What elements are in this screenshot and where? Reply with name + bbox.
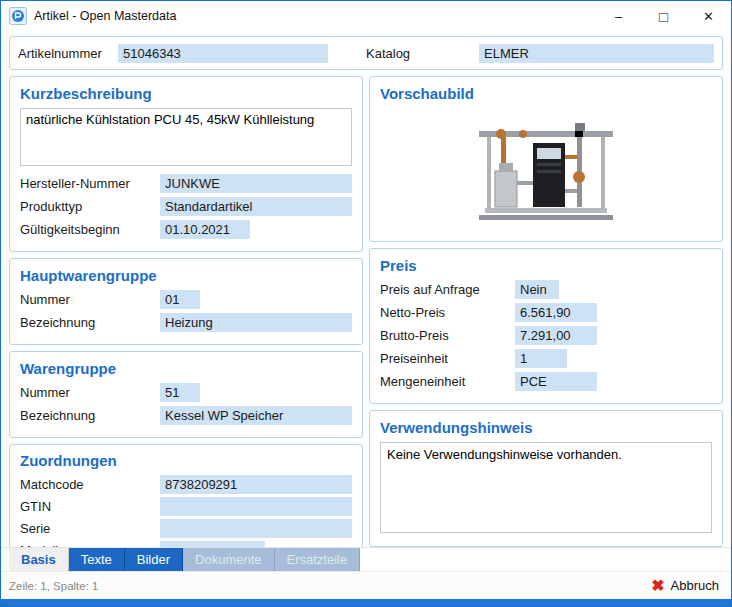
tab-ersatzteile: Ersatzteile: [275, 548, 361, 571]
field-row: Preiseinheit 1: [380, 349, 712, 368]
field-row: Nummer 51: [20, 383, 352, 402]
netto-preis-label: Netto-Preis: [380, 305, 515, 320]
abbruch-label: Abbruch: [671, 578, 719, 593]
artikelnummer-group: Artikelnummer 51046343: [18, 44, 366, 63]
warengruppe-panel: Warengruppe Nummer 51 Bezeichnung Kessel…: [9, 351, 363, 438]
hwg-bezeichnung-label: Bezeichnung: [20, 315, 160, 330]
field-row: Bezeichnung Kessel WP Speicher: [20, 406, 352, 425]
produkttyp-field[interactable]: Standardartikel: [160, 197, 352, 216]
zuordnungen-title: Zuordnungen: [20, 452, 352, 469]
field-row: Hersteller-Nummer JUNKWE: [20, 174, 352, 193]
hwg-nummer-field[interactable]: 01: [160, 290, 200, 309]
gtin-field[interactable]: [160, 497, 352, 516]
wg-bezeichnung-label: Bezeichnung: [20, 408, 160, 423]
artikelnummer-input[interactable]: 51046343: [118, 44, 328, 63]
preiseinheit-field[interactable]: 1: [515, 349, 567, 368]
preiseinheit-label: Preiseinheit: [380, 351, 515, 366]
hersteller-nummer-label: Hersteller-Nummer: [20, 176, 160, 191]
hwg-nummer-label: Nummer: [20, 292, 160, 307]
hauptwarengruppe-title: Hauptwarengruppe: [20, 267, 352, 284]
content-area: Artikelnummer 51046343 Katalog ELMER Kur…: [1, 31, 731, 547]
product-preview-image: [471, 115, 621, 227]
window-controls: – □ ✕: [596, 1, 731, 31]
preis-auf-anfrage-label: Preis auf Anfrage: [380, 282, 515, 297]
field-row: Bezeichnung Heizung: [20, 313, 352, 332]
katalog-input[interactable]: ELMER: [479, 44, 714, 63]
preis-panel: Preis Preis auf Anfrage Nein Netto-Preis…: [369, 248, 723, 404]
abbruch-button[interactable]: ✖ Abbruch: [651, 578, 719, 594]
serie-field[interactable]: [160, 519, 352, 538]
kurzbeschreibung-textarea[interactable]: natürliche Kühlstation PCU 45, 45kW Kühl…: [20, 108, 352, 166]
main-columns: Kurzbeschreibung natürliche Kühlstation …: [9, 76, 723, 547]
tab-basis[interactable]: Basis: [9, 548, 69, 571]
artikelnummer-label: Artikelnummer: [18, 46, 118, 61]
verwendungshinweis-panel: Verwendungshinweis Keine Verwendungshinw…: [369, 410, 723, 547]
brutto-preis-field[interactable]: 7.291,00: [515, 326, 597, 345]
field-row: GTIN: [20, 497, 352, 516]
field-row: Gültigkeitsbeginn 01.10.2021: [20, 220, 352, 239]
matchcode-label: Matchcode: [20, 477, 160, 492]
katalog-group: Katalog ELMER: [366, 44, 714, 63]
hwg-bezeichnung-field[interactable]: Heizung: [160, 313, 352, 332]
gueltigkeitsbeginn-label: Gültigkeitsbeginn: [20, 222, 160, 237]
field-row: Netto-Preis 6.561,90: [380, 303, 712, 322]
app-window: Artikel - Open Masterdata – □ ✕ Artikeln…: [0, 0, 732, 607]
cancel-x-icon: ✖: [651, 578, 664, 594]
preis-auf-anfrage-field[interactable]: Nein: [515, 280, 559, 299]
header-panel: Artikelnummer 51046343 Katalog ELMER: [9, 36, 723, 70]
zuordnungen-panel: Zuordnungen Matchcode 8738209291 GTIN Se…: [9, 444, 363, 547]
field-row: Produkttyp Standardartikel: [20, 197, 352, 216]
matchcode-field[interactable]: 8738209291: [160, 475, 352, 494]
field-row: Mengeneinheit PCE: [380, 372, 712, 391]
window-title: Artikel - Open Masterdata: [34, 9, 596, 23]
preis-title: Preis: [380, 257, 712, 274]
right-column: Vorschaubild: [369, 76, 723, 547]
left-column: Kurzbeschreibung natürliche Kühlstation …: [9, 76, 363, 547]
vorschaubild-title: Vorschaubild: [380, 85, 712, 102]
status-bar: Zeile: 1, Spalte: 1 ✖ Abbruch: [1, 571, 731, 599]
tab-dokumente: Dokumente: [183, 548, 274, 571]
titlebar[interactable]: Artikel - Open Masterdata – □ ✕: [1, 1, 731, 31]
field-row: Preis auf Anfrage Nein: [380, 280, 712, 299]
field-row: Nummer 01: [20, 290, 352, 309]
gtin-label: GTIN: [20, 499, 160, 514]
brutto-preis-label: Brutto-Preis: [380, 328, 515, 343]
maximize-icon[interactable]: □: [641, 1, 686, 31]
verwendungshinweis-textarea[interactable]: Keine Verwendungshinweise vorhanden.: [380, 442, 712, 533]
produkttyp-label: Produkttyp: [20, 199, 160, 214]
close-icon[interactable]: ✕: [686, 1, 731, 31]
warengruppe-title: Warengruppe: [20, 360, 352, 377]
tab-bar: Basis Texte Bilder Dokumente Ersatzteile: [1, 547, 731, 571]
field-row: Matchcode 8738209291: [20, 475, 352, 494]
netto-preis-field[interactable]: 6.561,90: [515, 303, 597, 322]
wg-nummer-field[interactable]: 51: [160, 383, 200, 402]
tab-bilder[interactable]: Bilder: [125, 548, 183, 571]
wg-nummer-label: Nummer: [20, 385, 160, 400]
app-icon: [9, 7, 27, 25]
mengeneinheit-label: Mengeneinheit: [380, 374, 515, 389]
cursor-position: Zeile: 1, Spalte: 1: [9, 580, 651, 592]
wg-bezeichnung-field[interactable]: Kessel WP Speicher: [160, 406, 352, 425]
verwendungshinweis-title: Verwendungshinweis: [380, 419, 712, 436]
tab-texte[interactable]: Texte: [69, 548, 125, 571]
mengeneinheit-field[interactable]: PCE: [515, 372, 597, 391]
katalog-label: Katalog: [366, 46, 479, 61]
vorschaubild-panel: Vorschaubild: [369, 76, 723, 242]
field-row: Brutto-Preis 7.291,00: [380, 326, 712, 345]
kurzbeschreibung-title: Kurzbeschreibung: [20, 85, 352, 102]
serie-label: Serie: [20, 521, 160, 536]
minimize-icon[interactable]: –: [596, 1, 641, 31]
hauptwarengruppe-panel: Hauptwarengruppe Nummer 01 Bezeichnung H…: [9, 258, 363, 345]
hersteller-nummer-field[interactable]: JUNKWE: [160, 174, 352, 193]
gueltigkeitsbeginn-field[interactable]: 01.10.2021: [160, 220, 250, 239]
kurzbeschreibung-panel: Kurzbeschreibung natürliche Kühlstation …: [9, 76, 363, 252]
window-bottom-border: [1, 599, 731, 606]
field-row: Serie: [20, 519, 352, 538]
preview-wrap: [380, 108, 712, 233]
